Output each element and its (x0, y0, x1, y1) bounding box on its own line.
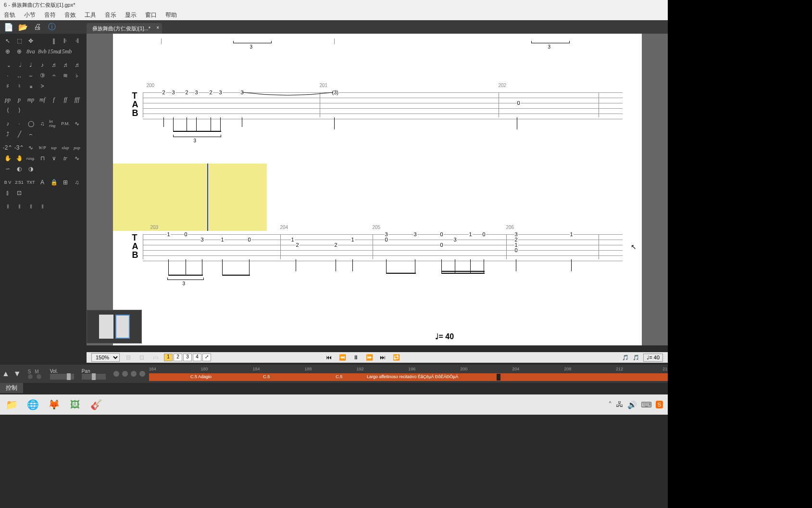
page-thumbnail-active[interactable] (115, 315, 130, 339)
ghost-note-icon[interactable]: ◯ (26, 119, 36, 128)
go-end-button[interactable]: ⏭ (377, 353, 388, 362)
zoom-select[interactable]: 150% (91, 353, 120, 362)
menu-tool[interactable]: 工具 (85, 11, 96, 19)
pause-button[interactable]: ⏸ (350, 353, 362, 362)
bv-icon[interactable]: B V (3, 178, 12, 187)
tab-note[interactable]: 2 (334, 242, 338, 248)
menu-track[interactable]: 音轨 (4, 11, 15, 19)
solo-button[interactable] (28, 374, 33, 379)
15mb-icon[interactable]: 15mb (61, 47, 70, 56)
guitar-pro-icon[interactable]: 🎸 (89, 398, 103, 411)
cursor-tool-icon[interactable]: ↖ (3, 37, 12, 45)
tab-note[interactable]: 3 (219, 89, 223, 95)
ottava-icon[interactable]: 8va (26, 47, 36, 56)
harmonic-wave-icon[interactable]: ∿ (26, 143, 36, 152)
voice-2-button[interactable]: 2 (174, 354, 182, 361)
hand2-icon[interactable]: 🤚 (14, 154, 24, 163)
count-in-icon[interactable]: 🎵 (633, 355, 639, 361)
turn-icon[interactable]: ∽ (3, 165, 12, 173)
fff-icon[interactable]: fff (72, 95, 82, 104)
tie-icon[interactable]: ⌣ (26, 71, 36, 80)
staccato-icon[interactable]: · (14, 119, 24, 128)
voice-all-button[interactable]: ⤢ (202, 354, 211, 361)
tray-expand-icon[interactable]: ˄ (608, 400, 612, 409)
go-start-button[interactable]: ⏮ (323, 353, 335, 362)
tab-note[interactable]: 0 (385, 237, 388, 242)
repeat-start-icon[interactable]: 𝄆 (61, 37, 70, 45)
menu-view[interactable]: 显示 (125, 11, 137, 19)
txt-icon[interactable]: TXT (26, 178, 36, 187)
note32-icon[interactable]: ♬ (61, 61, 70, 69)
arrow-down-icon[interactable]: ▼ (12, 369, 23, 378)
tray-network-icon[interactable]: 🖧 (616, 400, 624, 409)
eq-knob-4[interactable] (139, 371, 145, 377)
tab-note[interactable]: 0 (514, 247, 518, 253)
mute-button[interactable] (37, 374, 41, 379)
slap-icon[interactable]: slap (61, 143, 70, 152)
slide-icon[interactable]: ╱ (14, 130, 24, 139)
image-viewer-icon[interactable]: 🖼 (68, 398, 82, 411)
f-icon[interactable]: f (49, 95, 59, 104)
tab-note[interactable]: 3 (195, 89, 199, 95)
tab-note[interactable]: 1 (291, 237, 295, 242)
tab-note[interactable]: 0 (184, 231, 188, 237)
browser-icon[interactable]: 🌐 (26, 398, 39, 411)
15ma-icon[interactable]: 15ma (49, 47, 59, 56)
vu2-icon[interactable]: ⦀ (14, 202, 24, 211)
rasg-icon[interactable]: rasg. (26, 154, 36, 163)
barline-icon[interactable]: ‖ (49, 37, 59, 45)
upstroke-icon[interactable]: ⊓ (37, 154, 47, 163)
beam-icon[interactable]: ⫿ (3, 189, 12, 197)
menu-note[interactable]: 音符 (44, 11, 56, 19)
repeat-end-icon[interactable]: 𝄇 (72, 37, 82, 45)
tab-note[interactable]: 3 (172, 89, 175, 95)
vibrato-icon[interactable]: ∿ (72, 119, 82, 128)
time-sig-icon[interactable]: ⊕ (3, 47, 12, 56)
tab-note[interactable]: 2 (296, 242, 300, 248)
menu-sound[interactable]: 音乐 (105, 11, 116, 19)
tr-icon[interactable]: tr (61, 154, 70, 163)
print-icon[interactable]: 🖨 (33, 22, 42, 32)
layout-page-icon[interactable]: ▭ (150, 353, 160, 362)
pan-slider[interactable] (82, 374, 106, 380)
pp-icon[interactable]: pp (3, 95, 12, 104)
layout-horizontal-icon[interactable]: ⊟ (124, 353, 133, 362)
lock-icon[interactable]: 🔒 (49, 178, 59, 187)
tab-note[interactable]: 0 (517, 100, 521, 106)
rewind-button[interactable]: ⏪ (337, 353, 348, 362)
natural-icon[interactable]: ♮ (14, 82, 24, 90)
tab-note[interactable]: 2 (209, 89, 213, 95)
new-file-icon[interactable]: 📄 (4, 22, 13, 32)
fermata-icon[interactable]: 𝄐 (49, 71, 59, 80)
document-tab[interactable]: 彝族舞曲(方仁俊版)[1]...* × (87, 23, 162, 34)
tab-note[interactable]: 1 (570, 231, 574, 237)
eighth-note-icon[interactable]: ♪ (37, 61, 47, 69)
loop-button[interactable]: 🔁 (390, 353, 402, 362)
decrescendo-icon[interactable]: ⟩ (14, 106, 24, 114)
mp-icon[interactable]: mp (26, 95, 36, 104)
accent-icon[interactable]: > (37, 82, 47, 90)
double-sharp-icon[interactable]: 𝄪 (26, 82, 36, 90)
chord-icon[interactable]: ⊞ (61, 178, 70, 187)
timeline-cursor[interactable] (497, 374, 500, 381)
tab-note[interactable]: 3 (200, 237, 204, 242)
crescendo-icon[interactable]: ⟨ (3, 106, 12, 114)
rest-icon[interactable]: ≋ (61, 71, 70, 80)
menu-bar-item[interactable]: 小节 (24, 11, 36, 19)
tab-note[interactable]: 0 (440, 242, 444, 248)
lyric-icon[interactable]: ♫ (72, 178, 82, 187)
hand-icon[interactable]: ✋ (3, 154, 12, 163)
dot-icon[interactable]: · (3, 71, 12, 80)
tempo-display[interactable]: ♩= 40 (643, 354, 663, 362)
voice-1-button[interactable]: 1 (164, 354, 173, 361)
close-tab-icon[interactable]: × (156, 25, 159, 30)
menu-effect[interactable]: 音效 (64, 11, 76, 19)
voice-4-button[interactable]: 4 (193, 354, 201, 361)
eq-knob-3[interactable] (131, 371, 137, 377)
file-explorer-icon[interactable]: 📁 (5, 398, 18, 411)
control-panel-label[interactable]: 控制 (0, 383, 23, 393)
wp-icon[interactable]: W/P (37, 143, 47, 152)
arrow-up-icon[interactable]: ▲ (0, 369, 12, 378)
ottavb-icon[interactable]: 8vb (37, 47, 47, 56)
let-ring-icon[interactable]: let ring (49, 119, 59, 128)
